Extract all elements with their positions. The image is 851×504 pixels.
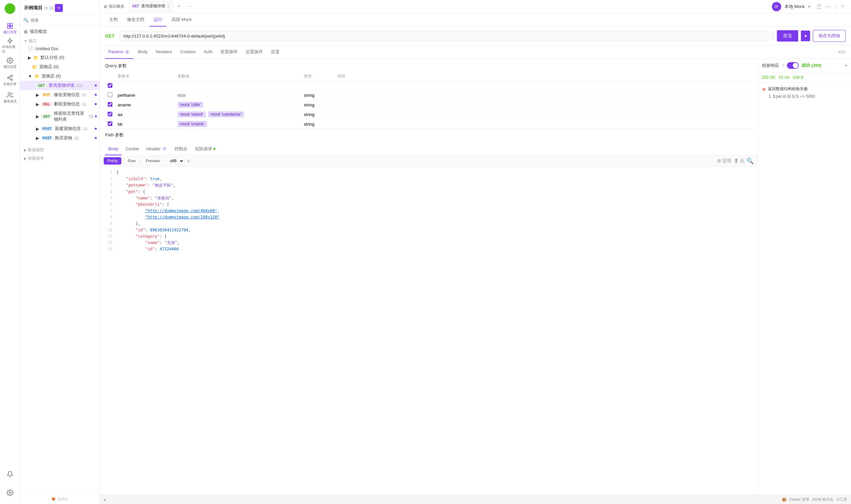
pre-op-label: 前置操作	[220, 49, 238, 55]
collapse-sidebar-button[interactable]: «	[104, 497, 106, 502]
extract-icon[interactable]: ⊞ 提取	[717, 158, 732, 164]
sidebar-item-get-pet-list[interactable]: ▶ GET 根据状态查找宠物列表 (3)	[20, 109, 99, 124]
collapse-icon[interactable]: ≡	[187, 158, 190, 164]
filter-icon[interactable]: ⊟	[50, 5, 54, 11]
send-dropdown-button[interactable]: ▾	[801, 31, 810, 41]
bottom-tools-label[interactable]: 小工具	[836, 497, 847, 502]
sidebar-item-del-pet[interactable]: ▶ DEL 删除宠物信息 (1)	[20, 100, 99, 109]
sidebar-icon-bell[interactable]	[2, 466, 18, 482]
sidebar-item-overview[interactable]: ⊞ 项目概览	[20, 27, 99, 36]
sidebar-item-petshop-main[interactable]: ▼ 📁 宠物店 (6)	[20, 71, 99, 81]
sidebar-item-petshop-sub[interactable]: 📁 宠物店 (0)	[20, 62, 99, 71]
sub-tab-modify-doc[interactable]: 修改文档	[123, 13, 148, 26]
params-tab-headers[interactable]: Headers	[152, 46, 176, 59]
tab-overview[interactable]: ⊞ 项目概览	[100, 0, 128, 13]
project-chevron-icon[interactable]: ◇	[44, 6, 48, 10]
maximize-icon[interactable]: □	[834, 4, 838, 10]
btn-pretty[interactable]: Pretty	[104, 157, 121, 165]
sidebar-item-post-buy-pet[interactable]: ▶ POST 购买宠物 (2)	[20, 133, 99, 143]
send-button[interactable]: 发送	[777, 30, 798, 41]
response-tab-console[interactable]: 控制台	[171, 143, 191, 155]
tab-add[interactable]: +	[174, 0, 184, 13]
nav-group-quickrequest[interactable]: ▶ 快捷请求	[20, 154, 99, 162]
bottom-json-label[interactable]: JSON 格式化	[812, 497, 833, 502]
params-tab-cookies[interactable]: Cookies	[177, 46, 199, 59]
quickrequest-toggle-icon: ▶	[24, 157, 26, 160]
cookie-mgmt-label[interactable]: Cookie 管理	[789, 497, 809, 502]
dot6-indicator	[95, 137, 97, 139]
dot4-indicator	[95, 115, 97, 118]
save-as-case-button[interactable]: 保存为用例	[813, 30, 846, 42]
hamburger-icon[interactable]: ☰	[816, 3, 822, 10]
copy-icon[interactable]: ⎘	[741, 158, 744, 165]
response-tab-cookie[interactable]: Cookie	[122, 143, 142, 155]
code-view-icon[interactable]: </>	[838, 49, 846, 55]
btn-preview[interactable]: Preview	[142, 157, 164, 165]
response-tab-header[interactable]: Header 7	[143, 143, 170, 155]
params-tab-post[interactable]: 后置操作	[242, 46, 266, 59]
param-check-0[interactable]	[108, 92, 112, 97]
nav-group-datamodel[interactable]: ▶ 数据模型	[20, 145, 99, 154]
param-tag-bb-1[interactable]: mock 'cname'	[178, 121, 207, 127]
validate-toggle[interactable]	[787, 62, 799, 69]
mock-chevron-icon[interactable]: ▾	[808, 4, 811, 9]
sub-tab-run[interactable]: 运行	[150, 13, 166, 26]
sidebar-item-default-group[interactable]: ▶ 📁 默认分组 (0)	[20, 53, 99, 62]
code-content: "http://dummyimage.com/180x150"	[116, 214, 755, 220]
params-tab-body[interactable]: Body	[134, 46, 151, 59]
format-select[interactable]: utf8	[166, 157, 184, 165]
sidebar-icon-autotest[interactable]: 自动化测试	[2, 38, 18, 54]
param-check-3[interactable]	[108, 121, 112, 126]
minimize-icon[interactable]: —	[825, 3, 831, 10]
api-label-5: 购买宠物	[55, 135, 72, 141]
add-button[interactable]: +	[55, 4, 63, 12]
select-all-checkbox[interactable]	[108, 83, 112, 88]
sub-tab-mock[interactable]: 高级 Mock	[167, 13, 196, 26]
status-dropdown-icon[interactable]: ▾	[845, 63, 847, 68]
response-tab-actual[interactable]: 实际请求	[192, 143, 219, 155]
param-tag-aa-2[interactable]: mock 'csentence'	[208, 111, 244, 118]
params-tab-auth[interactable]: Auth	[200, 46, 216, 59]
params-tab-pre[interactable]: 前置操作	[217, 46, 241, 59]
params-tab-params[interactable]: Params 5	[105, 46, 133, 59]
param-tag-aa-1[interactable]: mock 'cword'	[178, 111, 206, 118]
icon-share-label: 在线分享	[3, 82, 17, 87]
sidebar-icon-share[interactable]: 在线分享	[2, 72, 18, 88]
btn-raw[interactable]: Raw	[124, 157, 139, 165]
sub-tab-doc[interactable]: 文档	[105, 13, 122, 26]
tab-more[interactable]: ···	[184, 0, 196, 13]
sidebar-icon-api[interactable]: 接口管理	[2, 21, 18, 37]
sidebar-item-put-pet[interactable]: ▶ PUT 修改宠物信息 (2)	[20, 90, 99, 100]
sidebar-item-post-pet-new[interactable]: ▶ POST 新建宠物信息 (1)	[20, 124, 99, 133]
params-tab-settings[interactable]: 设置	[268, 46, 283, 59]
sidebar-item-get-pet-detail[interactable]: GET 查询宠物详情 (11)	[20, 81, 99, 90]
sidebar-icon-settings[interactable]: 项目设置	[2, 55, 18, 71]
tab-active-api[interactable]: GET 查询宠物详情 ×	[128, 0, 174, 13]
url-input[interactable]	[120, 31, 774, 41]
param-name-2: aa	[115, 110, 175, 119]
code-line: 10 "id": 8963026451922704,	[100, 227, 758, 233]
nav-panel: 示例项目 ◇ ⊟ + 🔍 ⊞ 项目概览 ▼ 接口 📄 Untitled Doc …	[20, 0, 100, 504]
svg-point-11	[9, 492, 11, 494]
svg-line-9	[9, 76, 11, 77]
sidebar-icon-invite[interactable]: 邀请成员	[2, 90, 18, 106]
svg-point-5	[11, 75, 12, 77]
resp-cookie-label: Cookie	[126, 146, 139, 151]
param-tag-aname-1[interactable]: mock 'ctitle'	[178, 102, 203, 108]
param-type-3: string	[301, 119, 334, 129]
param-check-1[interactable]	[108, 102, 112, 107]
sidebar-icon-gear[interactable]	[2, 485, 18, 501]
dot-indicator	[95, 85, 97, 87]
close-tab-button[interactable]: ×	[167, 4, 170, 8]
headers-label: Headers	[156, 49, 172, 54]
response-tab-body[interactable]: Body	[105, 143, 122, 155]
search-input[interactable]	[31, 18, 96, 23]
search-code-icon[interactable]: 🔍	[746, 157, 754, 165]
close-window-icon[interactable]: ×	[841, 3, 844, 10]
sidebar-item-untitled-doc[interactable]: 📄 Untitled Doc	[20, 44, 99, 53]
download-icon[interactable]: ⬆	[734, 157, 739, 165]
line-number: 10	[103, 227, 112, 233]
nav-group-interface[interactable]: ▼ 接口	[20, 36, 99, 44]
param-check-2[interactable]	[108, 112, 112, 116]
dot2-indicator	[95, 94, 97, 96]
